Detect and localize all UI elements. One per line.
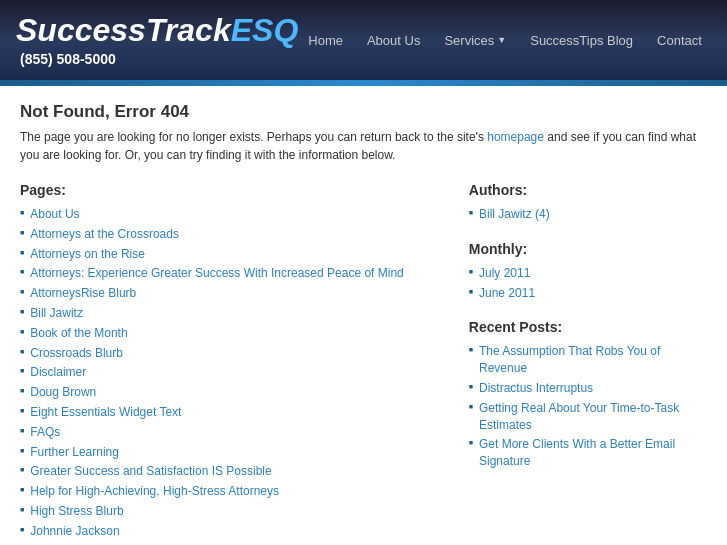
list-item: June 2011: [469, 285, 707, 302]
list-item: Attorneys: Experience Greater Success Wi…: [20, 265, 449, 282]
authors-link-list: Bill Jawitz (4): [469, 206, 707, 223]
author-link-bill-jawitz[interactable]: Bill Jawitz (4): [479, 206, 550, 223]
list-item: Help for High-Achieving, High-Stress Att…: [20, 483, 449, 500]
monthly-section-title: Monthly:: [469, 241, 707, 257]
page-link-greater-success[interactable]: Greater Success and Satisfaction IS Poss…: [30, 463, 271, 480]
post-link-email-signature[interactable]: Get More Clients With a Better Email Sig…: [479, 436, 707, 470]
list-item: High Stress Blurb: [20, 503, 449, 520]
list-item: Further Learning: [20, 444, 449, 461]
logo-track: Track: [146, 12, 231, 48]
post-link-time-task[interactable]: Getting Real About Your Time-to-Task Est…: [479, 400, 707, 434]
list-item: Greater Success and Satisfaction IS Poss…: [20, 463, 449, 480]
list-item: July 2011: [469, 265, 707, 282]
main-nav: Home About Us Services ▼ SuccessTips Blo…: [298, 29, 712, 52]
list-item: Eight Essentials Widget Text: [20, 404, 449, 421]
monthly-link-list: July 2011 June 2011: [469, 265, 707, 302]
nav-blog[interactable]: SuccessTips Blog: [520, 29, 643, 52]
page-link-further-learning[interactable]: Further Learning: [30, 444, 119, 461]
page-link-crossroads-blurb[interactable]: Crossroads Blurb: [30, 345, 123, 362]
error-description: The page you are looking for no longer e…: [20, 128, 707, 164]
list-item: Distractus Interruptus: [469, 380, 707, 397]
list-item: Book of the Month: [20, 325, 449, 342]
site-header: SuccessTrackESQ (855) 508-5000 Home Abou…: [0, 0, 727, 80]
page-link-eight-essentials-widget[interactable]: Eight Essentials Widget Text: [30, 404, 181, 421]
page-link-disclaimer[interactable]: Disclaimer: [30, 364, 86, 381]
logo-success: Success: [16, 12, 146, 48]
list-item: Attorneys at the Crossroads: [20, 226, 449, 243]
list-item: Attorneys on the Rise: [20, 246, 449, 263]
list-item: Johnnie Jackson: [20, 523, 449, 540]
list-item: Doug Brown: [20, 384, 449, 401]
error-desc-pre: The page you are looking for no longer e…: [20, 130, 487, 144]
page-link-about-us[interactable]: About Us: [30, 206, 79, 223]
list-item: Bill Jawitz (4): [469, 206, 707, 223]
page-link-high-achieving[interactable]: Help for High-Achieving, High-Stress Att…: [30, 483, 279, 500]
page-link-high-stress-blurb[interactable]: High Stress Blurb: [30, 503, 123, 520]
list-item: FAQs: [20, 424, 449, 441]
chevron-down-icon: ▼: [497, 35, 506, 45]
page-link-johnnie-jackson[interactable]: Johnnie Jackson: [30, 523, 119, 540]
nav-about[interactable]: About Us: [357, 29, 430, 52]
list-item: Get More Clients With a Better Email Sig…: [469, 436, 707, 470]
page-link-book-month[interactable]: Book of the Month: [30, 325, 127, 342]
recent-posts-link-list: The Assumption That Robs You of Revenue …: [469, 343, 707, 470]
list-item: Bill Jawitz: [20, 305, 449, 322]
left-column: Pages: About Us Attorneys at the Crossro…: [20, 182, 449, 545]
list-item: Crossroads Blurb: [20, 345, 449, 362]
page-link-bill-jawitz[interactable]: Bill Jawitz: [30, 305, 83, 322]
main-content: Not Found, Error 404 The page you are lo…: [0, 86, 727, 545]
logo-text: SuccessTrackESQ: [16, 13, 298, 48]
logo-area: SuccessTrackESQ (855) 508-5000: [16, 13, 298, 66]
post-link-distractus[interactable]: Distractus Interruptus: [479, 380, 593, 397]
nav-services[interactable]: Services ▼: [434, 29, 516, 52]
list-item: About Us: [20, 206, 449, 223]
list-item: The Assumption That Robs You of Revenue: [469, 343, 707, 377]
nav-home[interactable]: Home: [298, 29, 353, 52]
list-item: Disclaimer: [20, 364, 449, 381]
page-link-faqs[interactable]: FAQs: [30, 424, 60, 441]
logo-phone: (855) 508-5000: [16, 51, 298, 67]
post-link-assumption[interactable]: The Assumption That Robs You of Revenue: [479, 343, 707, 377]
nav-contact[interactable]: Contact: [647, 29, 712, 52]
logo-esq: ESQ: [231, 12, 299, 48]
page-link-attorneys-rise[interactable]: Attorneys on the Rise: [30, 246, 145, 263]
page-link-attorneys-crossroads[interactable]: Attorneys at the Crossroads: [30, 226, 179, 243]
recent-posts-section-title: Recent Posts:: [469, 319, 707, 335]
monthly-link-july-2011[interactable]: July 2011: [479, 265, 530, 282]
content-columns: Pages: About Us Attorneys at the Crossro…: [20, 182, 707, 545]
monthly-link-june-2011[interactable]: June 2011: [479, 285, 535, 302]
authors-section-title: Authors:: [469, 182, 707, 198]
pages-section-title: Pages:: [20, 182, 449, 198]
page-link-doug-brown[interactable]: Doug Brown: [30, 384, 96, 401]
list-item: Getting Real About Your Time-to-Task Est…: [469, 400, 707, 434]
page-link-attorneys-experience[interactable]: Attorneys: Experience Greater Success Wi…: [30, 265, 404, 282]
nav-services-label: Services: [444, 33, 494, 48]
pages-link-list: About Us Attorneys at the Crossroads Att…: [20, 206, 449, 545]
homepage-link[interactable]: homepage: [487, 130, 544, 144]
error-title: Not Found, Error 404: [20, 102, 707, 122]
right-column: Authors: Bill Jawitz (4) Monthly: July 2…: [469, 182, 707, 545]
list-item: AttorneysRise Blurb: [20, 285, 449, 302]
page-link-attorneys-rise-blurb[interactable]: AttorneysRise Blurb: [30, 285, 136, 302]
